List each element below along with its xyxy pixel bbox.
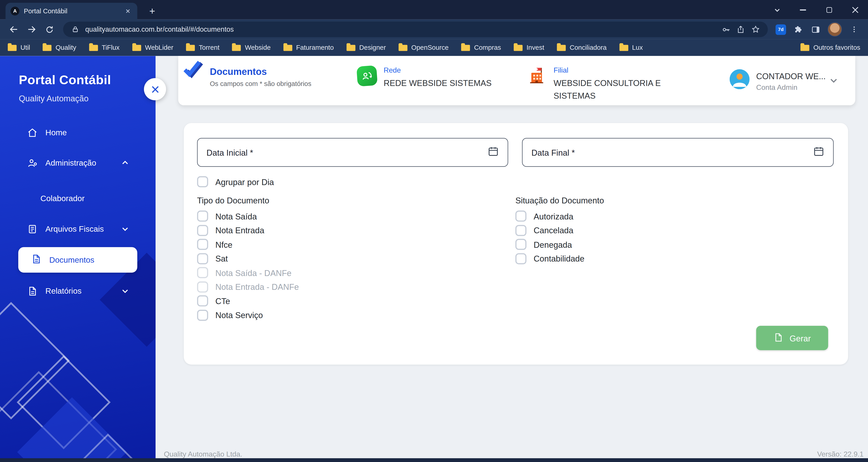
bookmark-item[interactable]: WebLider	[132, 44, 174, 51]
user-name: CONTADOR WE...	[756, 71, 826, 81]
back-button[interactable]	[5, 21, 22, 37]
sidebar-item-label: Documentos	[49, 255, 94, 264]
side-panel-icon[interactable]	[807, 21, 824, 37]
user-account-menu[interactable]: CONTADOR WE... Conta Admin	[730, 69, 826, 91]
bookmark-star-icon[interactable]	[751, 24, 761, 34]
extensions-puzzle-icon[interactable]	[789, 21, 806, 37]
maximize-button[interactable]	[816, 0, 842, 20]
calendar-icon[interactable]	[488, 146, 499, 159]
tab-close-icon[interactable]: ✕	[123, 6, 132, 16]
checkbox-nota-saida[interactable]	[197, 211, 208, 222]
tipo-documento-title: Tipo do Documento	[197, 196, 269, 205]
gerar-button[interactable]: Gerar	[756, 326, 828, 350]
option-nota-saida[interactable]: Nota Saída	[197, 211, 299, 222]
agrupar-por-dia-row[interactable]: Agrupar por Dia	[197, 176, 274, 187]
forward-button[interactable]	[23, 21, 40, 37]
gerar-label: Gerar	[789, 333, 811, 343]
option-nota-entrada[interactable]: Nota Entrada	[197, 225, 299, 236]
checkbox-contabilidade[interactable]	[515, 253, 526, 264]
bookmark-item[interactable]: Conciliadora	[557, 44, 607, 51]
bookmark-item[interactable]: Faturamento	[283, 44, 334, 51]
option-sat[interactable]: Sat	[197, 253, 299, 264]
page-header: Documentos Os campos com * são obrigatór…	[178, 56, 855, 105]
user-menu-chevron-icon[interactable]	[829, 76, 838, 87]
bookmark-item[interactable]: Webside	[232, 44, 271, 51]
checkbox-nota-entrada-danfe	[197, 281, 208, 292]
sidebar-item-label: Colaborador	[40, 194, 85, 203]
rede-selector[interactable]: Rede REDE WEBSIDE SISTEMAS	[357, 66, 492, 89]
profile-avatar[interactable]	[828, 22, 842, 37]
other-bookmarks[interactable]: Outros favoritos	[801, 44, 860, 51]
sidebar-item-label: Administração	[45, 158, 96, 167]
data-final-input[interactable]: Data Final *	[522, 138, 834, 167]
bookmark-item[interactable]: Torrent	[186, 44, 219, 51]
bookmark-item[interactable]: TiFlux	[89, 44, 120, 51]
option-nfce[interactable]: Nfce	[197, 239, 299, 250]
new-tab-button[interactable]: +	[145, 4, 160, 18]
checkbox-label: Nota Saída	[215, 211, 257, 221]
checkbox-denegada[interactable]	[515, 239, 526, 250]
sidebar-item-home[interactable]: Home	[0, 120, 156, 145]
folder-icon	[346, 45, 355, 51]
tab-search-chevron-icon[interactable]	[764, 0, 790, 20]
sidebar: Portal Contábil Quality Automação Home A…	[0, 56, 156, 462]
option-cte[interactable]: CTe	[197, 295, 299, 306]
checkbox-label: Cancelada	[534, 226, 574, 235]
bookmarks-bar: Util Quality TiFlux WebLider Torrent Web…	[0, 39, 868, 56]
folder-icon	[461, 45, 470, 51]
calendar-icon[interactable]	[813, 146, 825, 159]
folder-icon	[232, 45, 241, 51]
key-icon[interactable]	[721, 24, 731, 34]
option-cancelada[interactable]: Cancelada	[515, 225, 585, 236]
option-nota-entrada-danfe: Nota Entrada - DANFe	[197, 281, 299, 292]
lock-icon[interactable]	[70, 24, 80, 34]
share-icon[interactable]	[736, 24, 746, 34]
bookmark-label: Outros favoritos	[813, 44, 860, 51]
bookmark-item[interactable]: OpenSource	[399, 44, 448, 51]
address-bar[interactable]: qualityautomacao.com.br/contabil/#/docum…	[63, 22, 768, 37]
option-contabilidade[interactable]: Contabilidade	[515, 253, 585, 264]
sidebar-item-relatorios[interactable]: Relatórios	[0, 279, 156, 303]
url-text: qualityautomacao.com.br/contabil/#/docum…	[85, 26, 716, 33]
checkbox-nota-entrada[interactable]	[197, 225, 208, 236]
browser-window: A Portal Contábil ✕ +	[0, 0, 868, 462]
option-nota-servico[interactable]: Nota Serviço	[197, 310, 299, 321]
sidebar-item-colaborador[interactable]: Colaborador	[0, 186, 156, 211]
bookmark-item[interactable]: Quality	[43, 44, 76, 51]
reload-button[interactable]	[41, 21, 57, 37]
bookmark-item[interactable]: Compras	[461, 44, 501, 51]
extension-7d-icon[interactable]: 7d	[776, 24, 786, 35]
checkbox-autorizada[interactable]	[515, 211, 526, 222]
filial-selector[interactable]: Filial WEBSIDE CONSULTORIA E SISTEMAS	[527, 66, 670, 102]
data-inicial-input[interactable]: Data Inicial *	[197, 138, 508, 167]
close-icon	[151, 85, 159, 93]
checkbox-sat[interactable]	[197, 253, 208, 264]
sidebar-close-button[interactable]	[144, 78, 166, 100]
checkbox-nfce[interactable]	[197, 239, 208, 250]
sidebar-item-documentos[interactable]: Documentos	[18, 247, 137, 272]
minimize-button[interactable]	[790, 0, 816, 20]
bookmark-item[interactable]: Util	[8, 44, 30, 51]
option-autorizada[interactable]: Autorizada	[515, 211, 585, 222]
folder-icon	[557, 45, 566, 51]
sidebar-item-administracao[interactable]: Administração	[0, 151, 156, 175]
bookmark-item[interactable]: Lux	[619, 44, 643, 51]
browser-menu-kebab-icon[interactable]	[846, 21, 862, 37]
checkbox-nota-servico[interactable]	[197, 310, 208, 321]
checkbox-label: Nota Entrada - DANFe	[215, 282, 299, 292]
close-window-button[interactable]	[842, 0, 868, 20]
folder-icon	[89, 45, 98, 51]
folder-icon	[8, 45, 17, 51]
report-icon	[27, 285, 38, 296]
checkbox-cte[interactable]	[197, 295, 208, 306]
option-denegada[interactable]: Denegada	[515, 239, 585, 250]
filial-label: Filial	[554, 66, 670, 74]
admin-user-icon	[27, 157, 38, 169]
checkbox-label: CTe	[215, 296, 230, 306]
sidebar-item-arquivos-fiscais[interactable]: Arquivos Fiscais	[0, 217, 156, 241]
browser-tab[interactable]: A Portal Contábil ✕	[5, 3, 137, 19]
bookmark-item[interactable]: Designer	[346, 44, 386, 51]
bookmark-item[interactable]: Invest	[514, 44, 544, 51]
checkbox-agrupar-por-dia[interactable]	[197, 176, 208, 187]
checkbox-cancelada[interactable]	[515, 225, 526, 236]
